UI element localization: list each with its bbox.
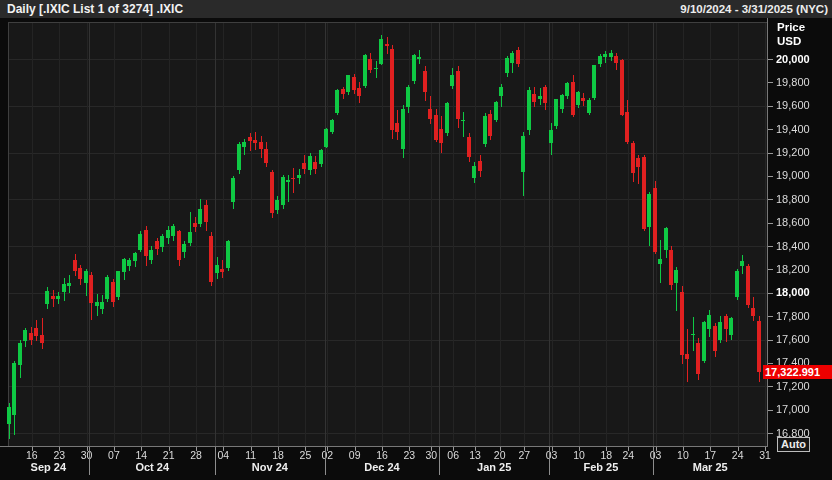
x-axis-tick-label: 21 <box>157 449 181 461</box>
y-axis-tick-label: 19,800 <box>776 76 810 89</box>
chart-title: Daily [.IXIC List 1 of 3274] .IXIC <box>0 2 183 16</box>
y-axis-tick-label: 20,000 <box>776 53 810 66</box>
y-axis-tick-label: 19,600 <box>776 99 810 112</box>
x-axis-tick-label: 20 <box>488 449 512 461</box>
x-axis-tick-label: 10 <box>671 449 695 461</box>
x-axis-tick-label: 24 <box>726 449 750 461</box>
month-separator-mark <box>549 447 550 475</box>
y-axis-tick-label: 17,600 <box>776 333 810 346</box>
chart-title-bar: Daily [.IXIC List 1 of 3274] .IXIC 9/10/… <box>0 0 832 18</box>
x-axis-tick-label: 11 <box>239 449 263 461</box>
x-axis-tick-label: 16 <box>370 449 394 461</box>
x-axis-month-label: Oct 24 <box>122 461 182 474</box>
y-axis-tick-label: 19,200 <box>776 146 810 159</box>
y-axis-tick-label: 17,800 <box>776 310 810 323</box>
month-separator-mark <box>89 447 90 475</box>
y-axis-tick-label: 19,000 <box>776 169 810 182</box>
x-axis-tick-label: 28 <box>184 449 208 461</box>
month-separator-mark <box>653 447 654 475</box>
x-axis-month-label: Sep 24 <box>18 461 78 474</box>
x-axis-tick-label: 25 <box>293 449 317 461</box>
y-axis-title-price: Price <box>777 20 805 34</box>
y-axis-tick-label: 19,400 <box>776 123 810 136</box>
x-axis-tick-label: 14 <box>129 449 153 461</box>
x-axis-month-label: Dec 24 <box>352 461 412 474</box>
x-axis-tick-label: 30 <box>75 449 99 461</box>
last-price-flag: 17,322.991 <box>763 365 832 379</box>
x-axis-month-label: Mar 25 <box>680 461 740 474</box>
x-axis-month-label: Nov 24 <box>240 461 300 474</box>
price-chart-canvas[interactable] <box>0 0 832 480</box>
x-axis-tick-label: 03 <box>644 449 668 461</box>
y-axis-title-usd: USD <box>777 34 805 48</box>
x-axis-tick-label: 10 <box>567 449 591 461</box>
y-axis-tick-label: 18,200 <box>776 263 810 276</box>
x-axis-tick-label: 06 <box>441 449 465 461</box>
x-axis-tick-label: 03 <box>540 449 564 461</box>
month-separator-mark <box>325 447 326 475</box>
date-range-label: 9/10/2024 - 3/31/2025 (NYC) <box>680 3 832 15</box>
x-axis-month-label: Jan 25 <box>464 461 524 474</box>
x-axis-tick-label: 16 <box>20 449 44 461</box>
x-axis-tick-label: 17 <box>698 449 722 461</box>
x-axis-tick-label: 09 <box>343 449 367 461</box>
y-axis-tick-label: 18,400 <box>776 240 810 253</box>
x-axis-tick-label: 13 <box>463 449 487 461</box>
auto-scale-button[interactable]: Auto <box>777 437 810 452</box>
x-axis-tick-label: 18 <box>594 449 618 461</box>
x-axis-tick-label: 31 <box>753 449 777 461</box>
y-axis-tick-label: 18,800 <box>776 193 810 206</box>
x-axis-tick-label: 24 <box>616 449 640 461</box>
month-separator-mark <box>215 447 216 475</box>
y-axis-tick-label: 17,200 <box>776 380 810 393</box>
x-axis-tick-label: 27 <box>512 449 536 461</box>
y-axis-tick-label: 17,000 <box>776 403 810 416</box>
x-axis-tick-label: 07 <box>102 449 126 461</box>
x-axis-tick-label: 02 <box>315 449 339 461</box>
x-axis-tick-label: 23 <box>47 449 71 461</box>
month-separator-mark <box>439 447 440 475</box>
x-axis-month-label: Feb 25 <box>571 461 631 474</box>
x-axis-tick-label: 23 <box>397 449 421 461</box>
y-axis-tick-label: 18,000 <box>776 286 810 299</box>
y-axis-tick-label: 18,600 <box>776 216 810 229</box>
y-axis-title: Price USD <box>777 20 805 48</box>
x-axis-tick-label: 18 <box>266 449 290 461</box>
chart-window: Daily [.IXIC List 1 of 3274] .IXIC 9/10/… <box>0 0 832 480</box>
